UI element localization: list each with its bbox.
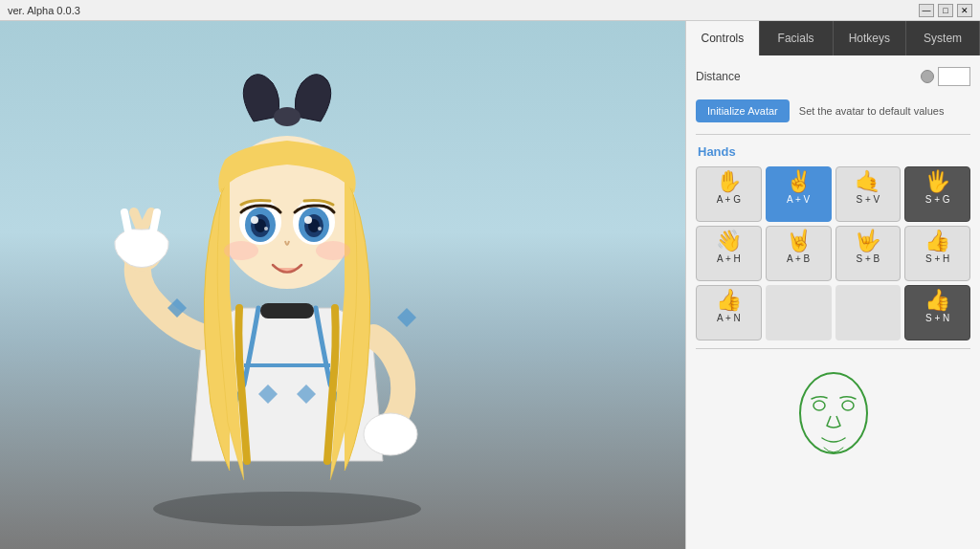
hand-label-sb: S + B [857,253,880,264]
divider-2 [696,348,970,349]
hands-section-title: Hands [696,144,970,159]
hand-button-sh[interactable]: 👍S + H [904,226,970,281]
tabs-bar: Controls Facials Hotkeys System [686,21,980,55]
distance-circle-icon [921,70,934,83]
hand-icon-sb: 🤟 [855,231,880,252]
viewport: AtM [0,21,685,549]
hand-label-sg: S + G [925,194,950,205]
svg-marker-25 [397,308,416,327]
right-panel: Controls Facials Hotkeys System Distance [685,21,980,549]
hand-button-av[interactable]: ✌️A + V [766,166,832,222]
main-container: AtM Controls Facials Hotkeys System Dist… [0,21,980,549]
hand-icon-ag: ✋ [716,171,742,192]
hand-icon-sh: 👍 [924,231,950,252]
svg-rect-3 [260,303,314,318]
init-avatar-button[interactable]: Initialize Avatar [696,99,790,122]
hand-button-ab[interactable]: 🤘A + B [766,226,832,281]
tab-controls[interactable]: Controls [686,21,760,55]
hand-button-empty1 [766,285,832,340]
distance-row: Distance [696,63,970,90]
hand-label-an: A + N [717,313,741,323]
distance-control [921,67,970,86]
character-display [0,21,685,549]
panel-content: Distance Initialize Avatar Set the avata… [686,55,980,549]
hand-button-sb[interactable]: 🤟S + B [835,226,902,281]
hand-label-sn: S + N [925,313,949,323]
svg-point-15 [264,227,268,231]
atm-text: AtM [63,205,94,225]
title-bar: ver. Alpha 0.0.3 — □ ✕ [0,0,980,21]
divider-1 [696,134,970,135]
hand-label-sv: S + V [857,194,880,205]
hand-button-sg[interactable]: 🖐️S + G [904,166,970,222]
svg-point-20 [304,216,312,224]
svg-point-7 [364,413,417,455]
window-title: ver. Alpha 0.0.3 [8,5,80,16]
hand-button-sv[interactable]: 🤙S + V [835,166,902,222]
face-section [696,359,970,473]
svg-point-22 [224,241,258,260]
hand-icon-ah: 👋 [716,231,742,252]
hand-icon-an: 👍 [716,290,742,311]
hand-label-sh: S + H [925,253,949,264]
hand-button-ah[interactable]: 👋A + H [696,226,762,281]
init-row: Initialize Avatar Set the avatar to defa… [696,99,970,122]
hand-icon-ab: 🤘 [786,231,812,252]
window-controls: — □ ✕ [919,4,972,17]
hand-icon-sg: 🖐️ [924,171,950,192]
svg-point-23 [316,241,350,260]
distance-value[interactable] [938,67,970,86]
tab-facials[interactable]: Facials [760,21,834,55]
svg-point-21 [318,227,322,231]
svg-point-14 [251,216,258,224]
hand-label-ah: A + H [717,253,741,264]
maximize-button[interactable]: □ [938,4,953,17]
svg-point-0 [153,492,421,526]
hand-icon-sn: 👍 [924,290,950,311]
svg-point-9 [274,107,301,126]
hand-label-av: A + V [787,194,810,205]
svg-point-28 [842,401,854,410]
svg-line-6 [142,212,151,231]
svg-point-27 [813,401,825,410]
face-preview-svg [791,363,877,469]
hand-label-ag: A + G [717,194,741,205]
tab-system[interactable]: System [906,21,980,55]
hand-icon-sv: 🤙 [855,171,880,192]
hand-button-ag[interactable]: ✋A + G [696,166,762,222]
close-button[interactable]: ✕ [957,4,972,17]
character-svg [0,21,685,549]
hand-button-sn[interactable]: 👍S + N [904,285,970,340]
hand-button-empty2 [835,285,902,340]
tab-hotkeys[interactable]: Hotkeys [834,21,907,55]
distance-label: Distance [696,70,741,83]
hand-label-ab: A + B [787,253,810,264]
init-avatar-desc: Set the avatar to default values [799,105,945,117]
minimize-button[interactable]: — [919,4,934,17]
hand-button-an[interactable]: 👍A + N [696,285,762,340]
hands-grid: ✋A + G✌️A + V🤙S + V🖐️S + G👋A + H🤘A + B🤟S… [696,166,970,340]
hand-icon-av: ✌️ [786,171,812,192]
